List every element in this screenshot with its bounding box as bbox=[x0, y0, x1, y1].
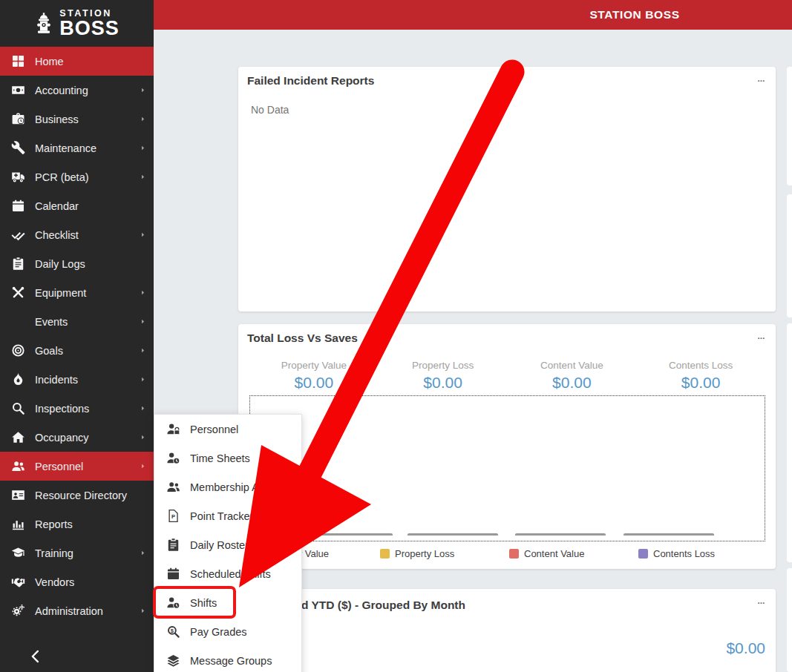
bullseye-icon bbox=[8, 343, 27, 358]
submenu-item-time-sheets[interactable]: Time Sheets bbox=[154, 444, 301, 472]
legend-color-swatch bbox=[380, 549, 390, 559]
sidebar-item-goals[interactable]: Goals bbox=[0, 336, 154, 365]
failed-incident-reports-card: Failed Incident Reports No Data bbox=[238, 67, 776, 312]
sidebar-item-label: Events bbox=[35, 316, 140, 328]
sidebar-item-accounting[interactable]: Accounting bbox=[0, 76, 154, 105]
submenu-item-membership-apps[interactable]: Membership Apps bbox=[154, 472, 301, 501]
sidebar-item-reports[interactable]: Reports bbox=[0, 510, 154, 538]
chevron-right-icon bbox=[140, 289, 146, 297]
chevron-right-icon bbox=[140, 173, 146, 181]
sidebar: STATION BOSS Home Accounting Business bbox=[0, 0, 154, 672]
card-menu-button[interactable] bbox=[756, 335, 767, 342]
sidebar-item-label: Incidents bbox=[35, 374, 140, 386]
submenu-item-point-tracker[interactable]: P Point Tracker bbox=[154, 501, 301, 530]
submenu-item-personnel[interactable]: Personnel bbox=[154, 415, 301, 444]
legend-item: Contents Loss bbox=[638, 548, 715, 559]
file-p-icon: P bbox=[164, 509, 182, 523]
sidebar-item-checklist[interactable]: Checklist bbox=[0, 220, 154, 249]
legend-color-swatch bbox=[638, 549, 648, 559]
sidebar-item-calendar[interactable]: Calendar bbox=[0, 191, 154, 220]
no-data-text: No Data bbox=[251, 104, 289, 116]
chevron-right-icon bbox=[140, 317, 146, 326]
chevron-right-icon bbox=[140, 404, 146, 412]
logo-text-boss: BOSS bbox=[59, 19, 120, 39]
sidebar-item-inspections[interactable]: Inspections bbox=[0, 394, 154, 423]
chevron-right-icon bbox=[140, 86, 146, 94]
sidebar-item-incidents[interactable]: Incidents bbox=[0, 365, 154, 394]
cogs-icon bbox=[8, 604, 27, 618]
sidebar-item-resource-directory[interactable]: Resource Directory bbox=[0, 481, 154, 510]
sidebar-item-label: Vendors bbox=[35, 576, 140, 588]
card-title: Total Loss Vs Saves bbox=[247, 332, 358, 345]
sidebar-item-label: Training bbox=[35, 547, 140, 559]
sidebar-nav: Home Accounting Business Maintenance bbox=[0, 47, 154, 625]
stat-value: $0.00 bbox=[379, 374, 508, 392]
chart-zero-bar bbox=[515, 533, 606, 537]
sidebar-collapse-button[interactable] bbox=[28, 647, 43, 666]
layers-icon bbox=[164, 653, 182, 668]
ellipsis-icon bbox=[756, 77, 767, 85]
fire-icon bbox=[8, 372, 27, 386]
cutoff-card-sliver bbox=[787, 67, 792, 185]
sidebar-item-label: Resource Directory bbox=[35, 490, 140, 501]
sidebar-item-vendors[interactable]: Vendors bbox=[0, 567, 154, 596]
submenu-item-shifts[interactable]: Shifts bbox=[154, 588, 301, 617]
chevron-left-icon bbox=[28, 647, 43, 666]
chart-zero-bar bbox=[302, 533, 393, 537]
ellipsis-icon bbox=[756, 335, 767, 342]
loss-stats-row: Property Value $0.00 Property Loss $0.00… bbox=[249, 360, 765, 392]
topbar-title: STATION BOSS bbox=[589, 0, 679, 30]
graduation-cap-icon bbox=[8, 546, 27, 560]
submenu-item-label: Pay Grades bbox=[190, 626, 247, 638]
personnel-submenu: Personnel Time Sheets Membership Apps P … bbox=[154, 414, 302, 672]
legend-label: Property Loss bbox=[395, 548, 454, 559]
sidebar-item-business[interactable]: Business bbox=[0, 105, 154, 134]
submenu-item-label: Shifts bbox=[190, 597, 217, 609]
sidebar-item-personnel[interactable]: Personnel bbox=[0, 452, 154, 481]
card-title-fragment: d YTD ($) - Grouped By Month bbox=[301, 599, 465, 612]
card-menu-button[interactable] bbox=[756, 599, 767, 607]
sidebar-item-label: Maintenance bbox=[35, 142, 140, 154]
sidebar-item-maintenance[interactable]: Maintenance bbox=[0, 134, 154, 162]
sidebar-item-training[interactable]: Training bbox=[0, 538, 154, 567]
submenu-item-daily-roster[interactable]: Daily Roster bbox=[154, 530, 301, 559]
sidebar-item-label: Occupancy bbox=[35, 432, 140, 444]
chart-legend: Property Value Property Loss Content Val… bbox=[249, 548, 765, 561]
chevron-right-icon bbox=[140, 462, 146, 470]
sidebar-item-events[interactable]: Events bbox=[0, 307, 154, 336]
user-clock-icon bbox=[164, 596, 182, 610]
handshake-icon bbox=[8, 575, 27, 589]
stat-value: $0.00 bbox=[636, 374, 765, 392]
sidebar-item-label: Equipment bbox=[35, 287, 140, 299]
sidebar-item-home[interactable]: Home bbox=[0, 47, 154, 76]
sidebar-item-daily-logs[interactable]: Daily Logs bbox=[0, 249, 154, 278]
search-icon bbox=[8, 401, 27, 415]
stat-label: Contents Loss bbox=[636, 360, 765, 371]
submenu-item-label: Daily Roster bbox=[190, 539, 249, 551]
stat: Contents Loss $0.00 bbox=[636, 360, 765, 392]
sidebar-item-label: Accounting bbox=[35, 85, 140, 96]
wrench-icon bbox=[8, 141, 27, 155]
sidebar-item-occupancy[interactable]: Occupancy bbox=[0, 423, 154, 452]
user-clock-icon bbox=[164, 451, 182, 465]
submenu-item-pay-grades[interactable]: $ Pay Grades bbox=[154, 617, 301, 646]
stat-value: $0.00 bbox=[508, 374, 637, 392]
sidebar-item-equipment[interactable]: Equipment bbox=[0, 278, 154, 307]
submenu-item-message-groups[interactable]: Message Groups bbox=[154, 646, 301, 672]
sidebar-item-pcr-beta[interactable]: PCR (beta) bbox=[0, 162, 154, 191]
user-lock-icon bbox=[164, 422, 182, 436]
card-menu-button[interactable] bbox=[756, 77, 767, 85]
submenu-item-label: Message Groups bbox=[190, 655, 272, 667]
sidebar-item-label: Daily Logs bbox=[35, 258, 140, 270]
chevron-right-icon bbox=[140, 231, 146, 239]
stat-label: Content Value bbox=[508, 360, 637, 371]
sidebar-item-administration[interactable]: Administration bbox=[0, 596, 154, 625]
stat-value: $0.00 bbox=[249, 374, 379, 392]
sidebar-item-label: Checklist bbox=[35, 229, 140, 241]
sidebar-item-label: Personnel bbox=[35, 461, 140, 472]
stat: Content Value $0.00 bbox=[508, 360, 637, 392]
submenu-item-scheduled-shifts[interactable]: Scheduled Shifts bbox=[154, 559, 301, 588]
chart-bar-icon bbox=[8, 517, 27, 531]
money-icon bbox=[8, 83, 27, 97]
clipboard-icon bbox=[8, 257, 27, 271]
